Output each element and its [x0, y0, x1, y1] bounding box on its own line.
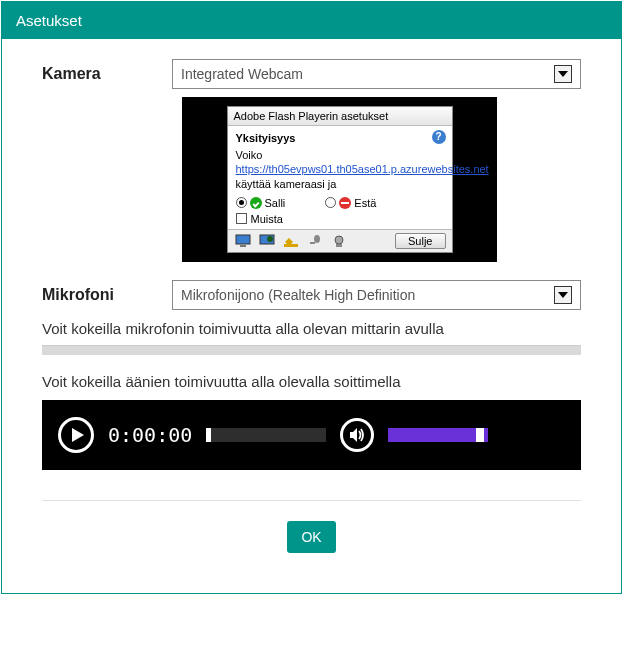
- flash-tabs: Sulje: [228, 230, 452, 252]
- svg-rect-1: [240, 245, 246, 247]
- camera-row: Kamera Integrated Webcam: [42, 59, 581, 89]
- flash-settings-dialog: Adobe Flash Playerin asetukset ? Yksityi…: [227, 106, 453, 253]
- display-tab-icon[interactable]: [234, 233, 252, 249]
- modal-title: Asetukset: [16, 12, 82, 29]
- privacy-tab-icon[interactable]: [258, 233, 276, 249]
- flash-message: Voiko https://th05evpws01.th05ase01.p.az…: [236, 148, 444, 191]
- camera-select-value: Integrated Webcam: [181, 66, 554, 82]
- mic-tab-icon[interactable]: [306, 233, 324, 249]
- flash-msg-before: Voiko: [236, 149, 263, 161]
- progress-bar[interactable]: [206, 428, 326, 442]
- svg-rect-6: [310, 242, 315, 244]
- player-time: 0:00:00: [108, 423, 192, 447]
- svg-point-7: [335, 236, 343, 244]
- volume-icon: [348, 426, 366, 444]
- storage-tab-icon[interactable]: [282, 233, 300, 249]
- play-button[interactable]: [58, 417, 94, 453]
- deny-label: Estä: [354, 197, 376, 209]
- mic-test-text: Voit kokeilla mikrofonin toimivuutta all…: [42, 320, 581, 337]
- chevron-down-icon: [554, 286, 572, 304]
- flash-close-button[interactable]: Sulje: [395, 233, 445, 249]
- flash-msg-after: käyttää kameraasi ja: [236, 178, 337, 190]
- camera-select[interactable]: Integrated Webcam: [172, 59, 581, 89]
- modal-body: Kamera Integrated Webcam Adobe Flash Pla…: [2, 39, 621, 593]
- allow-radio[interactable]: Salli: [236, 197, 286, 209]
- chevron-down-icon: [554, 65, 572, 83]
- volume-slider[interactable]: [388, 428, 488, 442]
- svg-point-5: [314, 235, 320, 243]
- deny-icon: [339, 197, 351, 209]
- camera-tab-icon[interactable]: [330, 233, 348, 249]
- svg-point-3: [267, 236, 273, 242]
- flash-content: ? Yksityisyys Voiko https://th05evpws01.…: [228, 126, 452, 230]
- camera-preview: Adobe Flash Playerin asetukset ? Yksityi…: [182, 97, 497, 262]
- flash-privacy-heading: Yksityisyys: [236, 132, 444, 144]
- deny-radio[interactable]: Estä: [325, 197, 376, 209]
- modal-footer: OK: [42, 501, 581, 583]
- allow-label: Salli: [265, 197, 286, 209]
- flash-url-link[interactable]: https://th05evpws01.th05ase01.p.azureweb…: [236, 163, 489, 175]
- ok-button[interactable]: OK: [287, 521, 335, 553]
- remember-checkbox[interactable]: Muista: [236, 213, 444, 225]
- microphone-label: Mikrofoni: [42, 286, 172, 304]
- flash-title: Adobe Flash Playerin asetukset: [234, 110, 389, 122]
- camera-label: Kamera: [42, 65, 172, 83]
- play-icon: [72, 428, 84, 442]
- volume-knob: [476, 428, 484, 442]
- flash-radio-row: Salli Estä: [236, 197, 444, 209]
- microphone-select-value: Mikrofonijono (Realtek High Definition: [181, 287, 554, 303]
- audio-player: 0:00:00: [42, 400, 581, 470]
- help-icon[interactable]: ?: [432, 130, 446, 144]
- microphone-row: Mikrofoni Mikrofonijono (Realtek High De…: [42, 280, 581, 310]
- checkbox-icon: [236, 213, 247, 224]
- settings-modal: Asetukset Kamera Integrated Webcam Adobe…: [1, 1, 622, 594]
- svg-rect-8: [336, 244, 342, 247]
- remember-label: Muista: [251, 213, 283, 225]
- mic-level-meter: [42, 345, 581, 355]
- svg-rect-0: [236, 235, 250, 244]
- flash-titlebar: Adobe Flash Playerin asetukset: [228, 107, 452, 126]
- microphone-select[interactable]: Mikrofonijono (Realtek High Definition: [172, 280, 581, 310]
- check-icon: [250, 197, 262, 209]
- sound-test-text: Voit kokeilla äänien toimivuutta alla ol…: [42, 373, 581, 390]
- volume-button[interactable]: [340, 418, 374, 452]
- modal-header: Asetukset: [2, 2, 621, 39]
- progress-indicator: [206, 428, 211, 442]
- svg-rect-4: [284, 244, 298, 247]
- flash-tab-icons: [234, 233, 348, 249]
